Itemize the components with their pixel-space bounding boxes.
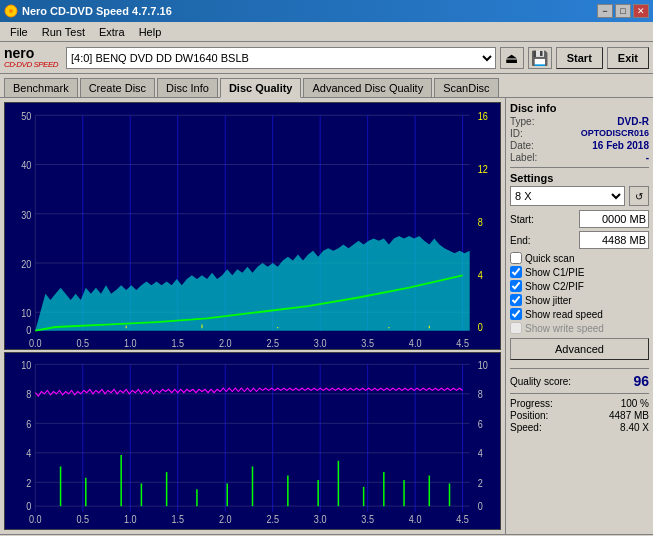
svg-text:2.5: 2.5 <box>266 337 279 349</box>
maximize-button[interactable]: □ <box>615 4 631 18</box>
svg-text:8: 8 <box>26 389 31 401</box>
show-write-speed-row: Show write speed <box>510 322 649 334</box>
quality-score-label: Quality score: <box>510 376 571 387</box>
close-button[interactable]: ✕ <box>633 4 649 18</box>
show-c1-checkbox[interactable] <box>510 266 522 278</box>
svg-text:8: 8 <box>478 216 483 228</box>
svg-text:4.0: 4.0 <box>409 337 422 349</box>
show-write-speed-checkbox[interactable] <box>510 322 522 334</box>
drive-select[interactable]: [4:0] BENQ DVD DD DW1640 BSLB <box>66 47 496 69</box>
show-read-speed-checkbox[interactable] <box>510 308 522 320</box>
svg-text:0: 0 <box>26 500 31 512</box>
speed-label: Speed: <box>510 422 542 433</box>
title-bar: Nero CD-DVD Speed 4.7.7.16 − □ ✕ <box>0 0 653 22</box>
svg-text:4: 4 <box>478 269 483 281</box>
svg-text:4.0: 4.0 <box>409 514 422 526</box>
show-c2-checkbox[interactable] <box>510 280 522 292</box>
disc-date-label: Date: <box>510 140 534 151</box>
end-label: End: <box>510 235 531 246</box>
menu-file[interactable]: File <box>4 24 34 40</box>
disc-type-row: Type: DVD-R <box>510 116 649 127</box>
eject-button[interactable]: ⏏ <box>500 47 524 69</box>
start-input[interactable] <box>579 210 649 228</box>
svg-text:0.5: 0.5 <box>76 514 89 526</box>
disc-id-value: OPTODISCR016 <box>581 128 649 139</box>
jitter-chart: 10 8 6 4 2 0 10 8 6 4 2 0 <box>4 352 501 530</box>
end-input[interactable] <box>579 231 649 249</box>
quick-scan-checkbox[interactable] <box>510 252 522 264</box>
svg-text:3.5: 3.5 <box>361 337 374 349</box>
disc-id-label: ID: <box>510 128 523 139</box>
svg-text:3.0: 3.0 <box>314 337 327 349</box>
disc-id-row: ID: OPTODISCR016 <box>510 128 649 139</box>
position-value: 4487 MB <box>609 410 649 421</box>
advanced-button[interactable]: Advanced <box>510 338 649 360</box>
svg-text:30: 30 <box>21 209 31 221</box>
speed-row: 8 X Maximum 4 X 16 X ↺ <box>510 186 649 206</box>
svg-text:0: 0 <box>478 321 483 333</box>
tab-benchmark[interactable]: Benchmark <box>4 78 78 97</box>
menu-extra[interactable]: Extra <box>93 24 131 40</box>
svg-text:1.5: 1.5 <box>171 514 184 526</box>
svg-text:16: 16 <box>478 110 488 122</box>
nero-speed-text: CD·DVD SPEED <box>4 60 58 69</box>
svg-text:2.0: 2.0 <box>219 337 232 349</box>
svg-text:6: 6 <box>478 419 483 431</box>
svg-text:3.0: 3.0 <box>314 514 327 526</box>
svg-text:4.5: 4.5 <box>456 514 469 526</box>
app-title: Nero CD-DVD Speed 4.7.7.16 <box>22 5 172 17</box>
svg-text:2.0: 2.0 <box>219 514 232 526</box>
nero-logo: nero CD·DVD SPEED <box>4 46 58 69</box>
save-button[interactable]: 💾 <box>528 47 552 69</box>
disc-label-value: - <box>646 152 649 163</box>
menu-run-test[interactable]: Run Test <box>36 24 91 40</box>
tab-disc-quality[interactable]: Disc Quality <box>220 78 302 98</box>
show-jitter-checkbox[interactable] <box>510 294 522 306</box>
show-c1-label: Show C1/PIE <box>525 267 584 278</box>
svg-text:40: 40 <box>21 160 31 172</box>
tab-create-disc[interactable]: Create Disc <box>80 78 155 97</box>
show-c1-row: Show C1/PIE <box>510 266 649 278</box>
progress-label: Progress: <box>510 398 553 409</box>
start-button[interactable]: Start <box>556 47 603 69</box>
svg-text:0.0: 0.0 <box>29 337 42 349</box>
menu-help[interactable]: Help <box>133 24 168 40</box>
exit-button[interactable]: Exit <box>607 47 649 69</box>
show-c2-label: Show C2/PIF <box>525 281 584 292</box>
app-icon <box>4 4 18 18</box>
chart-area: 50 40 30 20 10 0 16 12 8 4 0 <box>0 98 505 534</box>
tab-bar: Benchmark Create Disc Disc Info Disc Qua… <box>0 74 653 98</box>
svg-text:0.5: 0.5 <box>76 337 89 349</box>
tab-scandisc[interactable]: ScanDisc <box>434 78 498 97</box>
disc-info-title: Disc info <box>510 102 649 114</box>
divider-1 <box>510 167 649 168</box>
svg-text:50: 50 <box>21 110 31 122</box>
window-controls: − □ ✕ <box>597 4 649 18</box>
svg-text:2.5: 2.5 <box>266 514 279 526</box>
tab-advanced-disc-quality[interactable]: Advanced Disc Quality <box>303 78 432 97</box>
speed-row-display: Speed: 8.40 X <box>510 422 649 433</box>
nero-logo-text: nero <box>4 46 58 60</box>
svg-text:6: 6 <box>26 419 31 431</box>
svg-text:8: 8 <box>478 389 483 401</box>
svg-text:0: 0 <box>478 500 483 512</box>
svg-text:20: 20 <box>21 258 31 270</box>
start-row: Start: <box>510 210 649 228</box>
svg-text:2: 2 <box>478 478 483 490</box>
svg-text:4: 4 <box>478 448 484 460</box>
start-label: Start: <box>510 214 534 225</box>
speed-select[interactable]: 8 X Maximum 4 X 16 X <box>510 186 625 206</box>
quick-scan-row: Quick scan <box>510 252 649 264</box>
divider-2 <box>510 368 649 369</box>
progress-value: 100 % <box>621 398 649 409</box>
disc-type-label: Type: <box>510 116 534 127</box>
pi-errors-chart: 50 40 30 20 10 0 16 12 8 4 0 <box>4 102 501 350</box>
svg-text:2: 2 <box>26 478 31 490</box>
right-panel: Disc info Type: DVD-R ID: OPTODISCR016 D… <box>505 98 653 534</box>
minimize-button[interactable]: − <box>597 4 613 18</box>
disc-label-row: Label: - <box>510 152 649 163</box>
svg-text:10: 10 <box>21 360 31 372</box>
refresh-button[interactable]: ↺ <box>629 186 649 206</box>
tab-disc-info[interactable]: Disc Info <box>157 78 218 97</box>
position-row: Position: 4487 MB <box>510 410 649 421</box>
